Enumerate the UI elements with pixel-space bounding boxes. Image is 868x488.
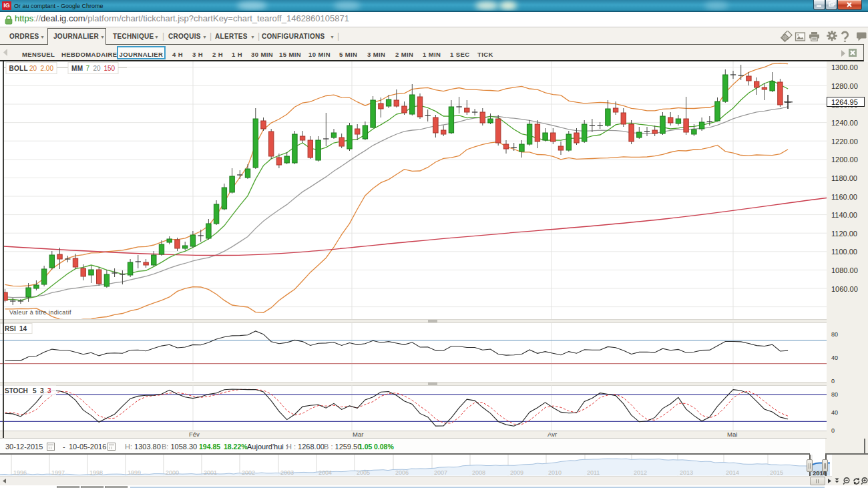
svg-text:7: 7 (86, 65, 90, 72)
svg-text:Valeur à titre indicatif: Valeur à titre indicatif (9, 309, 71, 316)
svg-text:STOCH: STOCH (5, 387, 28, 395)
svg-text:Mai: Mai (727, 431, 737, 438)
svg-text:2002: 2002 (242, 469, 255, 476)
svg-text:20: 20 (29, 65, 37, 72)
svg-text:2006: 2006 (395, 469, 409, 476)
svg-text:MM: MM (71, 65, 83, 72)
svg-text:2.00: 2.00 (41, 65, 54, 72)
svg-text:Mar: Mar (353, 431, 363, 438)
svg-text:2009: 2009 (510, 469, 523, 476)
svg-text:2013: 2013 (680, 469, 693, 476)
svg-text:3: 3 (47, 387, 51, 395)
svg-text:2010: 2010 (548, 469, 562, 476)
svg-text:2015: 2015 (770, 469, 783, 476)
svg-text:14: 14 (19, 325, 27, 332)
svg-text:2008: 2008 (472, 469, 485, 476)
svg-text:RSI: RSI (5, 325, 16, 332)
svg-text:Fév: Fév (189, 431, 200, 438)
svg-text:1999: 1999 (128, 469, 141, 476)
svg-text:Avr: Avr (548, 431, 557, 438)
svg-text:5: 5 (33, 387, 37, 395)
svg-text:2004: 2004 (318, 469, 332, 476)
svg-text:2012: 2012 (634, 469, 647, 476)
svg-text:3: 3 (40, 387, 44, 395)
svg-text:BOLL: BOLL (9, 65, 28, 72)
svg-text:150: 150 (104, 65, 116, 72)
svg-text:2003: 2003 (280, 469, 294, 476)
svg-text:2014: 2014 (726, 469, 739, 476)
svg-text:2005: 2005 (357, 469, 370, 476)
svg-text:1996: 1996 (13, 469, 27, 476)
svg-text:20: 20 (93, 65, 101, 72)
svg-text:1998: 1998 (89, 469, 103, 476)
svg-text:2007: 2007 (434, 469, 447, 476)
svg-text:2000: 2000 (166, 469, 179, 476)
svg-text:2001: 2001 (204, 469, 217, 476)
svg-text:1997: 1997 (51, 469, 65, 476)
svg-text:2011: 2011 (587, 469, 600, 476)
